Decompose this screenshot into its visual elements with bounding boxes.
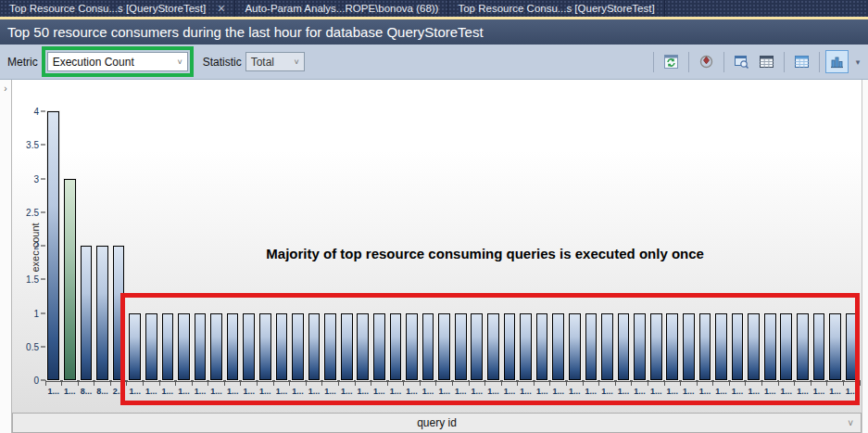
track-query-button[interactable] (695, 50, 718, 73)
metric-highlight-box: Execution Count ˅ (42, 46, 194, 77)
x-axis-tick (45, 380, 46, 386)
plot-area: 00.511.522.533.54 1...1...8...8...2...1.… (45, 108, 860, 382)
x-axis-label: 8... (78, 387, 94, 396)
y-axis-tick: 2.5 (26, 207, 45, 217)
bar[interactable] (47, 111, 59, 380)
chart-area: exec count 00.511.522.533.54 1...1...8..… (12, 80, 862, 433)
chart-panel: › exec count 00.511.522.533.54 1...1...8… (0, 80, 868, 433)
tab-label: Top Resource Consu...s [QueryStoreTest] (9, 3, 206, 14)
x-axis-label: 1... (62, 387, 79, 396)
metric-dropdown-value: Execution Count (53, 56, 134, 69)
refresh-icon (663, 54, 679, 70)
toolbar-separator (688, 52, 689, 72)
y-axis-tick: 3 (33, 173, 45, 184)
x-axis-tick (61, 380, 62, 386)
y-axis-tick-label: 3.5 (26, 140, 39, 150)
x-axis-title: query id (417, 416, 457, 429)
y-axis-tick: 2 (33, 241, 45, 251)
view-query-text-icon (734, 54, 749, 70)
metric-label: Metric (7, 56, 38, 69)
grid-view-button[interactable] (755, 50, 778, 73)
view-query-text-button[interactable] (730, 50, 753, 73)
bar[interactable] (64, 179, 76, 381)
y-axis-tick: 1.5 (26, 274, 45, 285)
y-axis-tick: 0.5 (26, 341, 45, 351)
y-axis-tick-label: 0.5 (26, 341, 39, 351)
toolbar-separator (653, 52, 654, 72)
tab-auto-param-analysis[interactable]: Auto-Param Analys...ROPE\bonova (68)) (235, 0, 448, 17)
statistic-label: Statistic (203, 56, 242, 69)
y-axis-tick-label: 0 (33, 376, 39, 386)
statistic-dropdown-value: Total (251, 56, 274, 69)
close-icon[interactable]: ✕ (217, 4, 225, 14)
metric-dropdown[interactable]: Execution Count ˅ (47, 52, 188, 71)
y-axis-tick-label: 2 (33, 241, 39, 251)
statistic-dropdown[interactable]: Total ˅ (245, 52, 305, 71)
document-tab-bar: Top Resource Consu...s [QueryStoreTest] … (0, 0, 868, 17)
y-axis-tick: 0 (33, 376, 45, 386)
y-axis-tick-label: 1.5 (26, 274, 39, 285)
tab-top-resource-consumers-2[interactable]: Top Resource Consu...s [QueryStoreTest] (448, 0, 664, 17)
collapsed-pane-strip[interactable]: › (0, 80, 12, 433)
chevron-down-icon: ˅ (848, 418, 853, 428)
x-axis-label: 8... (94, 387, 111, 396)
x-axis-tick (110, 380, 111, 386)
toolbar-separator (819, 52, 820, 72)
tab-label: Auto-Param Analys...ROPE\bonova (68)) (245, 3, 438, 14)
y-axis-tick-label: 4 (33, 107, 39, 117)
right-gutter (862, 80, 868, 433)
y-axis-tick: 1 (33, 308, 45, 318)
report-title-bar: Top 50 resource consumers during the las… (0, 19, 868, 45)
track-query-icon (698, 54, 714, 70)
bar[interactable] (96, 246, 108, 380)
grid-view-icon (759, 54, 774, 70)
toolbar-separator (784, 52, 785, 72)
tab-top-resource-consumers-1[interactable]: Top Resource Consu...s [QueryStoreTest] … (0, 0, 235, 17)
grid-view-alt-button[interactable] (790, 50, 813, 73)
toolbar: Metric Execution Count ˅ Statistic Total… (0, 45, 868, 80)
chart-view-button[interactable] (825, 50, 849, 73)
y-axis-tick-label: 3 (33, 173, 39, 184)
x-axis-label: 1... (45, 387, 62, 396)
x-axis-title-strip[interactable]: query id ˅ (12, 413, 862, 433)
chart-annotation: Majority of top resource consuming queri… (192, 246, 778, 261)
chevron-down-icon: ˅ (294, 57, 298, 67)
y-axis-tick-label: 1 (33, 308, 39, 318)
y-axis-tick: 4 (33, 107, 45, 117)
chevron-right-icon: › (4, 84, 6, 433)
x-axis-tick (78, 380, 79, 386)
tab-label: Top Resource Consu...s [QueryStoreTest] (458, 3, 654, 14)
grid-view-alt-icon (794, 54, 810, 70)
toolbar-overflow-button[interactable]: ▾ (851, 50, 864, 73)
page-title: Top 50 resource consumers during the las… (7, 24, 484, 40)
y-axis-tick-label: 2.5 (26, 207, 39, 217)
refresh-button[interactable] (660, 50, 683, 73)
toolbar-separator (723, 52, 724, 72)
chart-view-icon (829, 54, 845, 70)
y-axis-tick: 3.5 (26, 140, 45, 150)
bar[interactable] (81, 246, 93, 380)
annotation-highlight-box (120, 293, 860, 405)
x-axis-tick (94, 380, 94, 386)
chevron-down-icon: ˅ (177, 57, 182, 67)
